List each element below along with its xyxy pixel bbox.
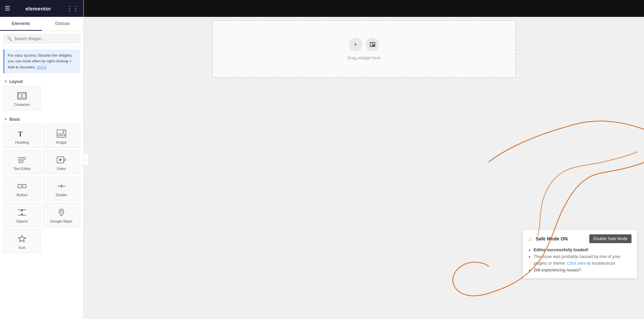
grid-icon[interactable]: ⋮⋮: [67, 5, 79, 12]
svg-rect-27: [370, 43, 372, 46]
widget-label-image: Image: [56, 140, 67, 144]
widget-label-google-maps: Google Maps: [50, 219, 72, 223]
add-template-button[interactable]: [366, 38, 379, 51]
sidebar-header: ☰ elementor ⋮⋮: [0, 0, 83, 17]
disable-safe-mode-button[interactable]: Disable Safe Mode: [589, 234, 632, 243]
safe-mode-title: Safe Mode ON: [536, 236, 568, 241]
button-icon: [17, 181, 27, 191]
widget-label-text-editor: Text Editor: [13, 167, 31, 171]
tip-box: For easy access, favorite the widgets yo…: [3, 50, 80, 73]
troubleshoot-link[interactable]: Click here: [567, 261, 586, 266]
safe-mode-notification: ⚠ Safe Mode ON Disable Safe Mode Editor …: [522, 229, 637, 279]
drop-zone: + Drag widget here: [212, 20, 516, 78]
svg-rect-4: [57, 130, 66, 137]
widget-label-video: Video: [57, 167, 66, 171]
basic-widget-grid: T Heading Image: [0, 124, 83, 257]
spacer-icon: [17, 208, 27, 217]
google-maps-icon: [57, 208, 66, 217]
safe-mode-message-2-text: The issue was probably caused by one of …: [534, 254, 621, 266]
tabs-bar: Elements Globals: [0, 17, 83, 31]
safe-mode-message-2: The issue was probably caused by one of …: [534, 253, 632, 267]
widget-icon[interactable]: Icon: [3, 229, 41, 253]
svg-rect-1: [19, 93, 21, 98]
hamburger-icon[interactable]: ☰: [5, 5, 10, 12]
widget-label-spacer: Spacer: [16, 219, 28, 223]
text-editor-icon: [17, 155, 27, 165]
safe-mode-header: ⚠ Safe Mode ON Disable Safe Mode: [528, 234, 632, 243]
top-bar: [84, 0, 644, 17]
drop-zone-buttons: +: [349, 38, 379, 51]
section-arrow-layout: ▼: [4, 80, 7, 83]
heading-icon: T: [18, 129, 26, 138]
safe-mode-message-3: Still experiencing issues?: [534, 267, 632, 273]
tab-elements[interactable]: Elements: [0, 17, 42, 31]
safe-mode-message-1-text: Editor successfully loaded!: [534, 248, 589, 252]
collapse-sidebar-handle[interactable]: ‹: [84, 153, 89, 166]
tab-globals[interactable]: Globals: [42, 17, 84, 31]
search-input[interactable]: [14, 36, 76, 41]
widget-label-container: Container: [14, 103, 30, 107]
svg-text:T: T: [18, 129, 23, 138]
safe-mode-title-wrap: ⚠ Safe Mode ON: [528, 236, 568, 242]
svg-point-5: [63, 131, 64, 132]
add-section-button[interactable]: +: [349, 38, 362, 51]
divider-icon: [57, 181, 66, 191]
safe-mode-message-1: Editor successfully loaded!: [534, 246, 632, 253]
svg-point-24: [60, 210, 62, 212]
section-arrow-basic: ▼: [4, 117, 7, 121]
canvas-area: + Drag widget here: [212, 20, 516, 78]
section-label-basic: Basic: [9, 117, 20, 122]
widget-google-maps[interactable]: Google Maps: [43, 203, 80, 227]
widget-label-icon: Icon: [19, 245, 26, 250]
drag-hint: Drag widget here: [347, 55, 381, 60]
elementor-logo: elementor: [25, 6, 51, 11]
safe-mode-list: Editor successfully loaded! The issue wa…: [528, 246, 632, 273]
search-input-wrap: 🔍: [3, 34, 80, 43]
widget-heading[interactable]: T Heading: [3, 124, 41, 148]
section-header-layout[interactable]: ▼ Layout: [0, 76, 83, 86]
widget-label-heading: Heading: [15, 140, 29, 144]
widget-image[interactable]: Image: [43, 124, 80, 148]
widget-label-button: Button: [17, 193, 27, 197]
container-icon: [17, 91, 27, 100]
svg-marker-25: [18, 235, 26, 242]
widget-button[interactable]: Button: [3, 176, 41, 201]
svg-marker-11: [64, 158, 66, 161]
widget-text-editor[interactable]: Text Editor: [3, 150, 41, 174]
widget-label-divider: Divider: [56, 193, 67, 197]
tip-got-it-link[interactable]: Got it: [37, 65, 46, 69]
search-icon: 🔍: [7, 36, 12, 41]
video-icon: [57, 155, 66, 165]
svg-rect-2: [23, 93, 25, 98]
widget-divider[interactable]: Divider: [43, 176, 80, 201]
widget-spacer[interactable]: Spacer: [3, 203, 41, 227]
icon-widget-icon: [17, 234, 27, 243]
sidebar: ☰ elementor ⋮⋮ Elements Globals 🔍 For ea…: [0, 0, 84, 319]
search-bar: 🔍: [0, 31, 83, 47]
main-canvas: + Drag widget here ⚠ Safe Mode ON Disabl…: [84, 0, 644, 319]
section-label-layout: Layout: [9, 79, 23, 84]
widget-container[interactable]: Container: [3, 86, 41, 110]
svg-marker-12: [59, 158, 62, 161]
widget-video[interactable]: Video: [43, 150, 80, 174]
section-header-basic[interactable]: ▼ Basic: [0, 114, 83, 124]
layout-widget-grid: Container: [0, 86, 83, 114]
warning-icon: ⚠: [528, 236, 533, 242]
svg-rect-28: [373, 43, 375, 45]
image-icon: [57, 129, 66, 138]
